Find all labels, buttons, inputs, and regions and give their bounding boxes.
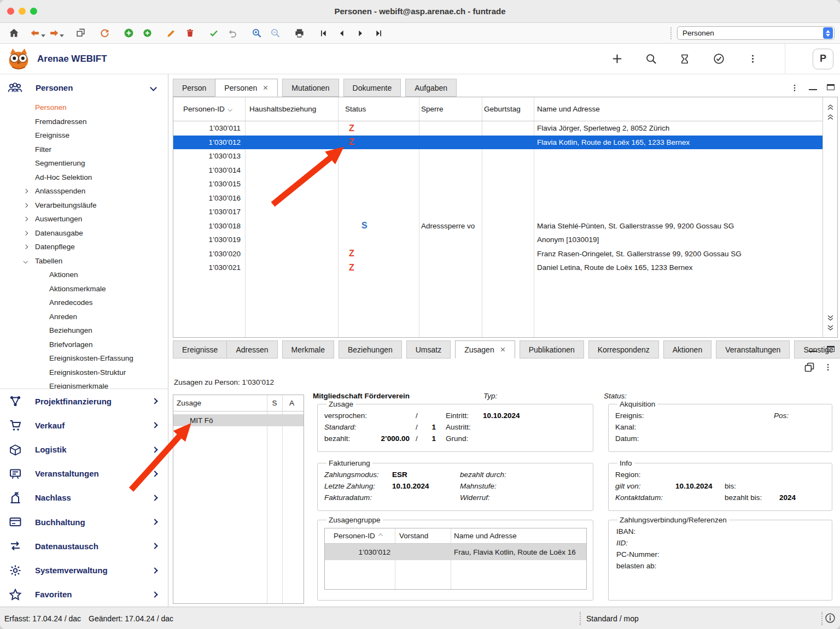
- person-row[interactable]: 1’030’017: [173, 205, 822, 219]
- sidebar-item-beziehungen[interactable]: Beziehungen: [0, 324, 168, 338]
- sidebar-module-projektfinanzierung[interactable]: Projektfinanzierung: [0, 389, 168, 413]
- sidebar-item-fremdadressen[interactable]: Fremdadressen: [0, 115, 168, 129]
- sidebar-item-ereignisse[interactable]: Ereignisse: [0, 128, 168, 143]
- sidebar-item-briefvorlagen[interactable]: Briefvorlagen: [0, 338, 168, 352]
- page-up-button[interactable]: [825, 111, 836, 121]
- sidebar-item-auswertungen[interactable]: Auswertungen: [0, 212, 168, 226]
- column-header-haushaltsbeziehung[interactable]: Haushaltsbeziehung: [245, 97, 338, 121]
- previous-record-button[interactable]: [334, 25, 350, 42]
- sidebar-item-tabellen[interactable]: Tabellen: [0, 254, 168, 268]
- sidebar-module-verkauf[interactable]: Verkauf: [0, 413, 168, 437]
- sidebar-item-anlassspenden[interactable]: Anlassspenden: [0, 184, 168, 198]
- confirm-button[interactable]: [206, 25, 222, 42]
- view-select[interactable]: Personen: [677, 26, 835, 40]
- tab-mutationen[interactable]: Mutationen: [282, 79, 339, 97]
- column-header-vorstand[interactable]: Vorstand: [395, 532, 451, 540]
- sidebar-item-aktionsmerkmale[interactable]: Aktionsmerkmale: [0, 282, 168, 296]
- tab-umsatz[interactable]: Umsatz: [406, 340, 451, 358]
- tab-personen[interactable]: Personen: [215, 79, 278, 97]
- print-button[interactable]: [291, 25, 307, 42]
- tab-merkmale[interactable]: Merkmale: [282, 340, 334, 358]
- sidebar-module-veranstaltungen[interactable]: Veranstaltungen: [0, 462, 168, 486]
- tab-aktionen[interactable]: Aktionen: [663, 340, 711, 358]
- sidebar-module-datenaustausch[interactable]: Datenaustausch: [0, 534, 168, 558]
- sidebar-item-datenpflege[interactable]: Datenpflege: [0, 240, 168, 254]
- person-row-selected[interactable]: 1’030’012ZFlavia Kotlin, Route de Loëx 1…: [173, 136, 822, 150]
- tab-ereignisse[interactable]: Ereignisse: [173, 340, 226, 358]
- add-button[interactable]: [120, 25, 137, 42]
- sidebar-group-personen[interactable]: Personen: [0, 74, 168, 101]
- column-header-s[interactable]: S: [267, 399, 282, 407]
- sidebar-item-ereigniskosten-struktur[interactable]: Ereigniskosten-Struktur: [0, 366, 168, 380]
- add-alt-button[interactable]: [139, 25, 155, 42]
- sidebar-module-logistik[interactable]: Logistik: [0, 437, 168, 461]
- sidebar-item-anreden[interactable]: Anreden: [0, 310, 168, 324]
- edit-button[interactable]: [163, 25, 179, 42]
- tab-person[interactable]: Person: [173, 79, 215, 97]
- tab-adressen[interactable]: Adressen: [226, 340, 277, 358]
- home-button[interactable]: [5, 25, 22, 42]
- tab-zusagen[interactable]: Zusagen: [455, 340, 515, 358]
- tab-beziehungen[interactable]: Beziehungen: [339, 340, 402, 358]
- person-row[interactable]: 1’030’013: [173, 149, 822, 163]
- duplicate-record-button[interactable]: [804, 362, 815, 373]
- sidebar-item-filter[interactable]: Filter: [0, 143, 168, 157]
- back-button[interactable]: [30, 25, 46, 42]
- sidebar-module-favoriten[interactable]: Favoriten: [0, 583, 168, 607]
- scroll-bottom-button[interactable]: [825, 323, 836, 333]
- header-history-button[interactable]: [678, 52, 692, 66]
- zusage-row-selected[interactable]: MIT Fö: [173, 414, 304, 426]
- duplicate-window-button[interactable]: [72, 25, 89, 42]
- sidebar-item-ereignismerkmale[interactable]: Ereignismerkmale: [0, 379, 168, 389]
- sidebar-item-adhoc-selektion[interactable]: Ad-Hoc Selektion: [0, 171, 168, 185]
- sidebar-module-buchhaltung[interactable]: Buchhaltung: [0, 510, 168, 534]
- sidebar-item-ereigniskosten-erfassung[interactable]: Ereigniskosten-Erfassung: [0, 351, 168, 366]
- zoom-out-button[interactable]: [267, 25, 283, 42]
- info-button[interactable]: [825, 613, 836, 624]
- header-tasks-button[interactable]: [711, 52, 726, 66]
- sidebar-item-verarbeitungslaeufe[interactable]: Verarbeitungsläufe: [0, 198, 168, 213]
- person-row[interactable]: 1’030’018SAdresssperre voMaria Stehlé-Pü…: [173, 219, 822, 233]
- refresh-button[interactable]: [96, 25, 113, 42]
- pane-menu-button[interactable]: [790, 84, 799, 92]
- column-header-status[interactable]: Status: [338, 97, 419, 121]
- scroll-top-button[interactable]: [825, 102, 836, 111]
- header-menu-button[interactable]: [745, 52, 760, 66]
- tab-veranstaltungen[interactable]: Veranstaltungen: [716, 340, 790, 358]
- sidebar-item-personen[interactable]: Personen: [0, 101, 168, 115]
- pane-minimize-button[interactable]: [809, 84, 817, 92]
- next-record-button[interactable]: [352, 25, 369, 42]
- column-header-name-adresse[interactable]: Name und Adresse: [534, 97, 822, 121]
- user-avatar-button[interactable]: P: [813, 49, 833, 69]
- person-row[interactable]: 1’030’020ZFranz Rasen-Oringelet, St. Gal…: [173, 247, 822, 261]
- detail-menu-button[interactable]: [824, 363, 832, 372]
- tab-dokumente[interactable]: Dokumente: [343, 79, 401, 97]
- undo-button[interactable]: [224, 25, 241, 42]
- pane-maximize-button[interactable]: [827, 345, 835, 354]
- column-header-sperre[interactable]: Sperre: [419, 97, 482, 121]
- sidebar-module-systemverwaltung[interactable]: Systemverwaltung: [0, 559, 168, 583]
- column-header-geburtstag[interactable]: Geburtstag: [482, 97, 534, 121]
- tab-publikationen[interactable]: Publikationen: [520, 340, 584, 358]
- pane-maximize-button[interactable]: [827, 84, 835, 92]
- person-row[interactable]: 1’030’016: [173, 191, 822, 205]
- close-tab-icon[interactable]: [500, 346, 506, 352]
- last-record-button[interactable]: [371, 25, 387, 42]
- person-row[interactable]: 1’030’015: [173, 177, 822, 191]
- zusagengruppe-row-selected[interactable]: 1’030’012 Frau, Flavia Kotlin, Route de …: [325, 544, 586, 560]
- delete-button[interactable]: [182, 25, 198, 42]
- sidebar-item-anredecodes[interactable]: Anredecodes: [0, 296, 168, 310]
- person-row[interactable]: 1’030’019Anonym [1030019]: [173, 233, 822, 247]
- person-row[interactable]: 1’030’014: [173, 163, 822, 178]
- column-header-a[interactable]: A: [282, 399, 304, 407]
- sidebar-item-datenausgabe[interactable]: Datenausgabe: [0, 226, 168, 240]
- close-tab-icon[interactable]: [262, 85, 269, 91]
- pane-minimize-button[interactable]: [809, 345, 817, 354]
- column-header-zusage[interactable]: Zusage: [173, 399, 267, 407]
- sidebar-item-aktionen[interactable]: Aktionen: [0, 268, 168, 282]
- sidebar-item-segmentierung[interactable]: Segmentierung: [0, 156, 168, 171]
- person-row[interactable]: 1’030’011ZFlavia Jörger, Sperletweg 2, 8…: [173, 121, 822, 136]
- header-search-button[interactable]: [644, 52, 658, 66]
- zoom-in-button[interactable]: [248, 25, 265, 42]
- first-record-button[interactable]: [315, 25, 331, 42]
